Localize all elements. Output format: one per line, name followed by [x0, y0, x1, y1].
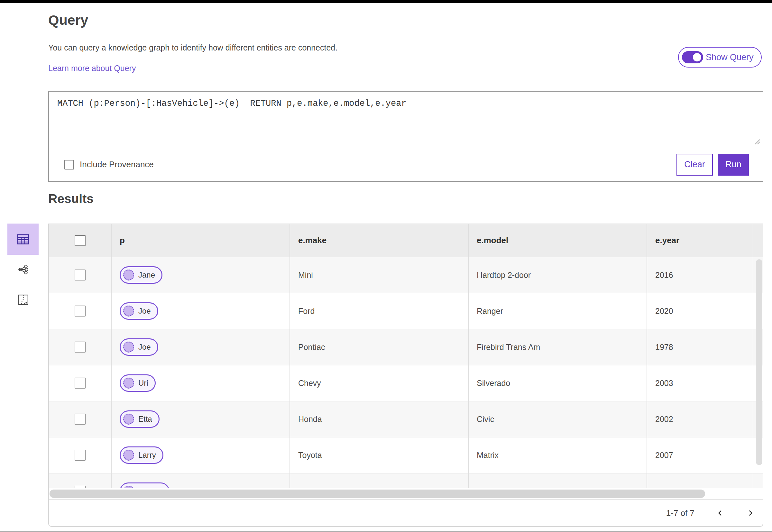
results-title: Results [48, 192, 94, 206]
query-input[interactable]: MATCH (p:Person)-[:HasVehicle]->(e) RETU… [49, 92, 763, 147]
value-cell [469, 473, 647, 488]
value-cell: Honda [290, 401, 469, 437]
entity-name: Jane [138, 271, 155, 280]
previous-page-button[interactable] [716, 509, 725, 518]
page-title: Query [48, 12, 88, 28]
value-cell: Chevy [290, 365, 469, 401]
table-header-row: pe.makee.modele.year [49, 224, 763, 257]
entity-pill[interactable] [120, 482, 170, 488]
column-header: e.model [469, 224, 647, 257]
entity-node-icon [123, 270, 134, 280]
row-checkbox[interactable] [75, 450, 86, 461]
table-row: JoePontiacFirebird Trans Am1978 [49, 329, 763, 365]
value-cell [290, 473, 469, 488]
empty-cell [753, 473, 763, 488]
table-row: EttaHondaCivic2002 [49, 401, 763, 437]
select-all-checkbox[interactable] [75, 235, 86, 246]
results-table: pe.makee.modele.year JaneMiniHardtop 2-d… [49, 224, 763, 488]
table-viewport: pe.makee.modele.year JaneMiniHardtop 2-d… [49, 224, 763, 488]
column-header: e.make [290, 224, 469, 257]
row-checkbox[interactable] [75, 414, 86, 425]
horizontal-scrollbar-thumb[interactable] [50, 490, 705, 498]
row-select-cell [49, 257, 112, 293]
map-view-icon [18, 294, 29, 305]
row-select-cell [49, 293, 112, 329]
query-buttons: Clear Run [676, 154, 749, 176]
row-checkbox[interactable] [75, 378, 86, 389]
table-row [49, 473, 763, 488]
table-row: LarryToyotaMatrix2007 [49, 437, 763, 473]
row-select-cell [49, 401, 112, 437]
entity-name: Joe [138, 307, 151, 316]
value-cell: 2003 [647, 365, 753, 401]
row-checkbox[interactable] [75, 486, 86, 488]
chevron-right-icon [746, 509, 755, 517]
entity-cell: Larry [112, 437, 290, 473]
table-row: JaneMiniHardtop 2-door2016 [49, 257, 763, 293]
table-row: JoeFordRanger2020 [49, 293, 763, 329]
next-page-button[interactable] [746, 509, 755, 518]
value-cell: Silverado [469, 365, 647, 401]
table-view-button[interactable] [7, 224, 39, 255]
value-cell [647, 473, 753, 488]
column-header-empty [753, 224, 763, 257]
value-cell: Ford [290, 293, 469, 329]
toggle-switch-icon[interactable] [682, 51, 703, 63]
chevron-left-icon [716, 509, 724, 517]
entity-node-icon [123, 486, 134, 488]
entity-node-icon [123, 450, 134, 461]
value-cell: Toyota [290, 437, 469, 473]
entity-pill[interactable]: Larry [120, 446, 163, 464]
resize-handle-icon[interactable] [753, 138, 761, 145]
results-table-card: pe.makee.modele.year JaneMiniHardtop 2-d… [48, 224, 763, 527]
entity-cell: Uri [112, 365, 290, 401]
column-header: p [112, 224, 290, 257]
page: Query You can query a knowledge graph to… [0, 0, 772, 532]
show-query-label: Show Query [706, 52, 754, 62]
entity-name: Uri [138, 379, 148, 388]
entity-pill[interactable]: Joe [120, 338, 158, 356]
entity-node-icon [123, 342, 134, 353]
entity-cell: Joe [112, 293, 290, 329]
value-cell: Mini [290, 257, 469, 293]
value-cell: 2016 [647, 257, 753, 293]
row-checkbox[interactable] [75, 306, 86, 316]
entity-pill[interactable]: Uri [120, 374, 156, 392]
link-chart-view-button[interactable] [14, 260, 33, 279]
table-body: JaneMiniHardtop 2-door2016JoeFordRanger2… [49, 257, 763, 488]
vertical-scrollbar-thumb[interactable] [756, 259, 762, 465]
value-cell: 2007 [647, 437, 753, 473]
toggle-knob [692, 52, 702, 62]
entity-pill[interactable]: Jane [120, 266, 162, 284]
include-provenance-row[interactable]: Include Provenance [64, 160, 154, 170]
entity-node-icon [123, 306, 134, 316]
row-checkbox[interactable] [75, 270, 86, 280]
entity-name: Larry [138, 451, 156, 460]
entity-node-icon [123, 378, 134, 389]
table-row: UriChevySilverado2003 [49, 365, 763, 401]
entity-name: Etta [138, 415, 152, 424]
table-view-icon [17, 234, 29, 245]
value-cell: Ranger [469, 293, 647, 329]
entity-cell: Jane [112, 257, 290, 293]
row-checkbox[interactable] [75, 342, 86, 353]
include-provenance-label: Include Provenance [80, 160, 154, 170]
query-description: You can query a knowledge graph to ident… [48, 43, 337, 52]
entity-name: Joe [138, 343, 151, 352]
include-provenance-checkbox[interactable] [64, 160, 74, 170]
clear-button[interactable]: Clear [676, 154, 713, 176]
value-cell: 2020 [647, 293, 753, 329]
map-view-button[interactable] [14, 290, 33, 309]
show-query-toggle[interactable]: Show Query [678, 47, 762, 68]
value-cell: Matrix [469, 437, 647, 473]
learn-more-link[interactable]: Learn more about Query [48, 64, 136, 73]
entity-node-icon [123, 414, 134, 425]
value-cell: Pontiac [290, 329, 469, 365]
query-editor-panel: MATCH (p:Person)-[:HasVehicle]->(e) RETU… [48, 91, 763, 182]
top-black-bar [0, 0, 772, 3]
pagination-range-label: 1-7 of 7 [666, 508, 694, 518]
column-header: e.year [647, 224, 753, 257]
entity-pill[interactable]: Etta [120, 410, 160, 428]
run-button[interactable]: Run [718, 154, 749, 176]
entity-pill[interactable]: Joe [120, 302, 158, 320]
